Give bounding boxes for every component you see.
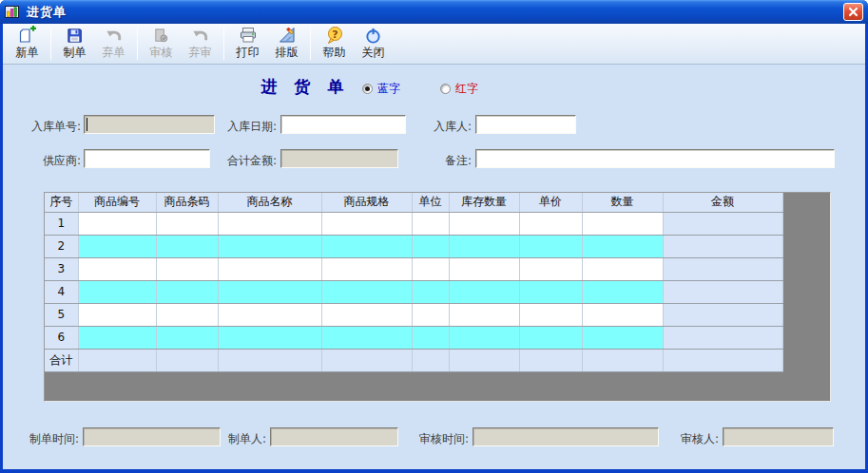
make-time-input[interactable] xyxy=(83,427,221,446)
app-window: 进货单 新单 xyxy=(0,0,868,473)
cell[interactable] xyxy=(412,326,449,349)
cell[interactable] xyxy=(321,326,412,349)
cell[interactable] xyxy=(449,303,519,326)
items-grid: 序号 商品编号 商品条码 商品名称 商品规格 单位 库存数量 单价 数量 金额 … xyxy=(44,192,831,402)
cell[interactable] xyxy=(412,257,449,280)
cell[interactable] xyxy=(156,235,218,257)
new-order-icon xyxy=(18,25,37,45)
cell[interactable] xyxy=(218,303,321,326)
cell[interactable] xyxy=(582,212,663,235)
maker-input[interactable] xyxy=(270,427,398,446)
col-header-unit-price: 单价 xyxy=(519,193,582,212)
cell[interactable] xyxy=(412,303,449,326)
cell[interactable] xyxy=(582,257,663,280)
cell[interactable] xyxy=(218,257,321,280)
cell[interactable] xyxy=(519,303,582,326)
cell[interactable] xyxy=(519,280,582,303)
toolbar-button-label: 弃单 xyxy=(103,45,125,61)
cell[interactable] xyxy=(156,303,218,326)
cell[interactable] xyxy=(582,303,663,326)
radio-red-icon[interactable] xyxy=(440,84,451,94)
cell[interactable] xyxy=(449,326,519,349)
cell[interactable] xyxy=(582,326,663,349)
cell[interactable] xyxy=(78,303,156,326)
cell[interactable] xyxy=(218,212,321,235)
make-time-label: 制单时间: xyxy=(12,431,79,447)
supplier-input[interactable] xyxy=(84,149,210,168)
audit-button[interactable]: 审核 xyxy=(142,25,181,63)
order-no-input[interactable] xyxy=(84,115,215,134)
unaudit-button[interactable]: 弃审 xyxy=(181,25,220,63)
cell[interactable] xyxy=(321,257,412,280)
cell[interactable] xyxy=(78,235,156,257)
remark-input[interactable] xyxy=(475,149,835,168)
audit-time-input[interactable] xyxy=(473,427,659,446)
cell[interactable] xyxy=(412,235,449,257)
cell[interactable] xyxy=(156,212,218,235)
auditor-input[interactable] xyxy=(723,427,834,446)
cell[interactable] xyxy=(321,235,412,257)
cell[interactable] xyxy=(412,280,449,303)
make-order-button[interactable]: 制单 xyxy=(55,25,94,63)
print-button[interactable]: 打印 xyxy=(228,25,267,63)
cell[interactable] xyxy=(449,212,519,235)
table-row: 4 xyxy=(45,280,782,303)
svg-text:?: ? xyxy=(332,28,338,41)
radio-blue-label: 蓝字 xyxy=(377,81,400,97)
cell[interactable] xyxy=(321,303,412,326)
layout-button[interactable]: 排版 xyxy=(267,25,306,63)
cell[interactable] xyxy=(519,235,582,257)
radio-blue-icon[interactable] xyxy=(362,84,373,94)
cell[interactable] xyxy=(582,280,663,303)
new-order-button[interactable]: 新单 xyxy=(8,25,47,63)
cell[interactable] xyxy=(156,326,218,349)
total-cell xyxy=(412,349,449,371)
cell[interactable] xyxy=(78,257,156,280)
cell[interactable] xyxy=(218,235,321,257)
toolbar: 新单 制单 弃单 xyxy=(3,24,865,65)
cell[interactable] xyxy=(582,235,663,257)
form-body: 进 货 单 蓝字 红字 入库单号: 入库日期: 入库人: 供应商: 合计金额: … xyxy=(3,65,865,469)
total-amount-input[interactable] xyxy=(280,149,398,168)
close-window-button[interactable]: 关闭 xyxy=(354,25,393,63)
help-button[interactable]: ? 帮助 xyxy=(315,25,354,63)
layout-icon xyxy=(278,25,297,45)
supplier-label: 供应商: xyxy=(10,153,81,169)
in-person-input[interactable] xyxy=(475,115,576,134)
cell[interactable] xyxy=(519,212,582,235)
cell[interactable] xyxy=(218,326,321,349)
in-date-input[interactable] xyxy=(280,115,406,134)
col-header-unit: 单位 xyxy=(412,193,449,212)
radio-blue-option[interactable]: 蓝字 xyxy=(362,81,400,97)
amount-cell xyxy=(663,257,782,280)
order-no-label: 入库单号: xyxy=(10,119,81,135)
total-cell xyxy=(218,349,321,371)
cell[interactable] xyxy=(156,257,218,280)
toolbar-button-label: 打印 xyxy=(237,45,260,61)
total-label-cell: 合计 xyxy=(45,349,78,371)
row-number-cell: 2 xyxy=(45,235,78,257)
remark-label: 备注: xyxy=(424,153,472,169)
cell[interactable] xyxy=(449,257,519,280)
radio-red-option[interactable]: 红字 xyxy=(440,81,478,97)
help-icon: ? xyxy=(325,25,344,45)
amount-cell xyxy=(663,235,782,257)
cell[interactable] xyxy=(412,212,449,235)
amount-cell xyxy=(663,303,782,326)
printer-icon xyxy=(239,25,258,45)
cell[interactable] xyxy=(156,280,218,303)
cell[interactable] xyxy=(78,326,156,349)
cell[interactable] xyxy=(218,280,321,303)
cell[interactable] xyxy=(519,326,582,349)
cell[interactable] xyxy=(321,212,412,235)
total-cell xyxy=(321,349,412,371)
cell[interactable] xyxy=(519,257,582,280)
cell[interactable] xyxy=(78,212,156,235)
col-header-product-name: 商品名称 xyxy=(218,193,321,212)
cell[interactable] xyxy=(321,280,412,303)
cell[interactable] xyxy=(78,280,156,303)
close-button[interactable] xyxy=(843,3,863,21)
discard-order-button[interactable]: 弃单 xyxy=(94,25,133,63)
cell[interactable] xyxy=(449,280,519,303)
cell[interactable] xyxy=(449,235,519,257)
